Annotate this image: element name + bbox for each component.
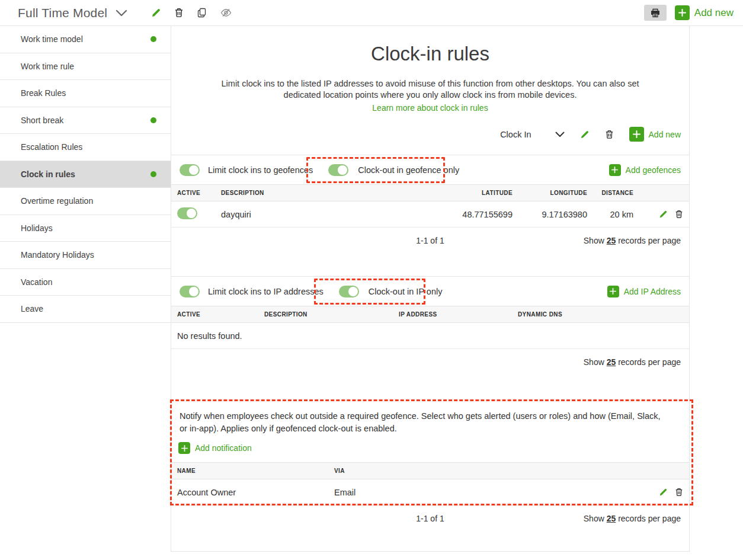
sidebar-item-label: Mandatory Holidays (21, 250, 94, 260)
printer-icon (650, 8, 661, 18)
sidebar-item-holidays[interactable]: Holidays (0, 215, 171, 242)
clockout-ip-wrap: Clock-out in IP only (339, 286, 443, 297)
status-dot (150, 36, 156, 42)
col-description: DESCRIPTION (221, 190, 444, 196)
sidebar-item-clock-in-rules[interactable]: Clock in rules (0, 161, 171, 188)
annotation-box-notification (170, 399, 693, 505)
rule-selector-value[interactable]: Clock In (500, 130, 531, 139)
notification-section: Notify when employees check out outside … (171, 399, 689, 505)
page-title: Clock-in rules (171, 43, 689, 65)
show-label: Show (584, 236, 604, 245)
sidebar-item-escalation-rules[interactable]: Escalation Rules (0, 134, 171, 161)
geofence-distance-cell: 20 km (587, 210, 644, 219)
sidebar-item-label: Work time rule (21, 62, 74, 71)
delete-rule-button[interactable] (605, 130, 614, 139)
rule-selector-chevron-down-icon[interactable] (555, 132, 565, 137)
geofence-description-cell: dayquiri (221, 210, 444, 219)
sidebar-item-break-rules[interactable]: Break Rules (0, 80, 171, 107)
add-geofences-button[interactable]: Add geofences (609, 164, 681, 176)
eye-slash-icon (220, 8, 232, 17)
records-per-page: Show 25 records per page (584, 514, 689, 523)
records-label: records per page (618, 357, 681, 367)
add-new-rule-button[interactable]: Add new (629, 127, 681, 142)
delete-geofence-button[interactable] (675, 210, 683, 219)
hide-template-button[interactable] (220, 8, 232, 17)
pencil-icon (151, 8, 161, 18)
sidebar-item-work-time-model[interactable]: Work time model (0, 26, 171, 53)
trash-icon (675, 210, 683, 219)
ip-toggle-row: Limit clock ins to IP addresses Clock-ou… (171, 276, 689, 306)
add-ip-address-button[interactable]: Add IP Address (607, 286, 681, 297)
add-new-rule-label: Add new (649, 130, 681, 139)
limit-ip-label: Limit clock ins to IP addresses (208, 287, 324, 296)
sidebar-item-short-break[interactable]: Short break (0, 107, 171, 135)
page-header: Clock-in rules Limit clock ins to the li… (171, 26, 689, 155)
limit-ip-toggle[interactable] (180, 286, 200, 297)
edit-geofence-button[interactable] (659, 210, 668, 219)
col-longitude: LONGITUDE (513, 190, 587, 196)
sidebar-item-work-time-rule[interactable]: Work time rule (0, 53, 171, 81)
plus-icon (675, 5, 690, 20)
duplicate-template-button[interactable] (197, 8, 207, 18)
ip-table-empty-message: No results found. (171, 323, 689, 349)
sidebar: Work time model Work time rule Break Rul… (0, 26, 171, 323)
geofence-latitude-cell: 48.77155699 (444, 210, 513, 219)
page-size-link[interactable]: 25 (607, 357, 616, 367)
sidebar-item-label: Break Rules (21, 88, 66, 98)
pencil-icon (659, 210, 668, 219)
clockout-ip-label: Clock-out in IP only (369, 287, 443, 296)
show-label: Show (584, 514, 604, 523)
limit-geofences-label: Limit clock ins to geofences (208, 165, 313, 175)
page-description: Limit clock ins to the listed IP address… (202, 78, 658, 101)
status-dot (150, 171, 156, 177)
geofence-table-row: dayquiri 48.77155699 9.17163980 20 km (171, 201, 689, 228)
sidebar-item-mandatory-holidays[interactable]: Mandatory Holidays (0, 242, 171, 269)
status-dot (150, 117, 156, 123)
sidebar-item-label: Escalation Rules (21, 142, 82, 152)
sidebar-item-label: Vacation (21, 277, 52, 287)
main-panel: Clock-in rules Limit clock ins to the li… (171, 26, 690, 552)
col-description: DESCRIPTION (264, 311, 399, 318)
clockout-ip-toggle[interactable] (339, 286, 359, 297)
col-distance: DISTANCE (587, 190, 644, 196)
clockout-geofence-label: Clock-out in geofence only (358, 165, 459, 175)
col-latitude: LATITUDE (444, 190, 513, 196)
sidebar-item-overtime-regulation[interactable]: Overtime regulation (0, 188, 171, 215)
geofence-pagination: 1-1 of 1 Show 25 records per page (171, 228, 689, 254)
rule-selector-row: Clock In Ad (171, 113, 689, 155)
ip-table-header: ACTIVE DESCRIPTION IP ADDRESS DYNAMIC DN… (171, 306, 689, 323)
col-active: ACTIVE (177, 190, 221, 196)
add-new-template-button[interactable]: Add new (675, 5, 734, 20)
sidebar-item-label: Overtime regulation (21, 196, 93, 206)
records-label: records per page (618, 236, 681, 245)
trash-icon (174, 8, 184, 18)
trash-icon (605, 130, 614, 139)
delete-template-button[interactable] (174, 8, 184, 18)
sidebar-item-label: Leave (21, 304, 43, 313)
edit-template-button[interactable] (151, 8, 161, 18)
template-chevron-down-icon[interactable] (116, 9, 127, 17)
clockout-geofence-toggle[interactable] (328, 164, 348, 176)
sidebar-item-label: Work time model (21, 34, 83, 44)
sidebar-item-label: Holidays (21, 223, 53, 233)
page-size-link[interactable]: 25 (607, 514, 616, 523)
geofence-table-header: ACTIVE DESCRIPTION LATITUDE LONGITUDE DI… (171, 184, 689, 201)
page-size-link[interactable]: 25 (607, 236, 616, 245)
geofence-longitude-cell: 9.17163980 (513, 210, 587, 219)
sidebar-item-label: Clock in rules (21, 169, 75, 179)
learn-more-link[interactable]: Learn more about clock in rules (171, 103, 689, 113)
col-dynamic-dns: DYNAMIC DNS (518, 311, 683, 318)
col-active: ACTIVE (177, 311, 264, 318)
sidebar-item-vacation[interactable]: Vacation (0, 269, 171, 296)
edit-rule-button[interactable] (580, 130, 590, 139)
add-geofences-label: Add geofences (626, 165, 681, 175)
copy-icon (197, 8, 207, 18)
clockout-geofence-wrap: Clock-out in geofence only (328, 164, 459, 176)
sidebar-item-leave[interactable]: Leave (0, 296, 171, 323)
notification-pagination: 1-1 of 1 Show 25 records per page (171, 505, 689, 532)
ip-pagination: Show 25 records per page (171, 349, 689, 375)
print-button[interactable] (644, 5, 667, 21)
geofence-row-active-toggle[interactable] (177, 207, 197, 219)
limit-geofences-toggle[interactable] (180, 164, 200, 176)
pencil-icon (580, 130, 590, 139)
